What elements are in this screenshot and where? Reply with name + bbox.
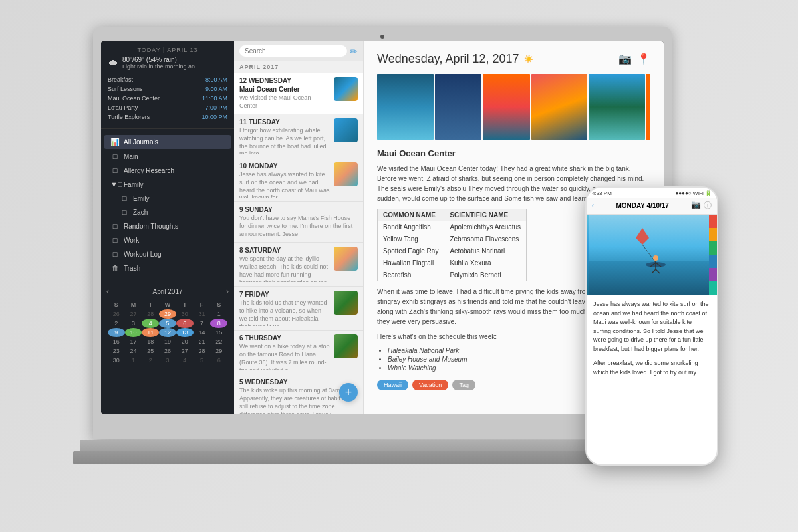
journal-entry-7[interactable]: 7 FRIDAY The kids told us that they want… <box>234 287 363 331</box>
phone-nav-title: MONDAY 4/10/17 <box>616 202 669 209</box>
tag-vacation[interactable]: Vacation <box>412 380 448 390</box>
table-row: Yellow Tang Zebrasoma Flavescens <box>378 233 527 245</box>
sidebar: TODAY | APRIL 13 🌧 80°/69° (54% rain) Li… <box>101 41 234 414</box>
search-input[interactable] <box>239 45 347 57</box>
entry-preview: We spent the day at the idyllic Wailea B… <box>239 255 330 282</box>
phone-back-button[interactable]: ‹ <box>592 202 594 209</box>
journal-icon: □ <box>110 236 120 244</box>
event-surf: Surf Lessons 9:00 AM <box>108 84 227 94</box>
weather-temp: 80°/69° (54% rain) <box>122 56 200 63</box>
phone-status-bar: 4:33 PM ●●●●○ WiFi 🔋 <box>587 188 717 198</box>
table-row: Bandit Angelfish Apolemichthys Arcuatus <box>378 221 527 233</box>
app-layout: TODAY | APRIL 13 🌧 80°/69° (54% rain) Li… <box>101 41 664 414</box>
calendar-next[interactable]: › <box>226 287 229 296</box>
photo-3[interactable] <box>483 74 530 140</box>
sidebar-top: TODAY | APRIL 13 🌧 80°/69° (54% rain) Li… <box>101 41 234 129</box>
phone-nav-bar: ‹ MONDAY 4/10/17 📷 ⓘ <box>587 198 717 215</box>
entry-preview: The kids told us that they wanted to hik… <box>239 299 330 326</box>
phone: 4:33 PM ●●●●○ WiFi 🔋 ‹ MONDAY 4/10/17 📷 … <box>585 186 718 466</box>
weather-icon: 🌧 <box>108 57 118 69</box>
shark-link: great white shark <box>535 165 586 172</box>
entry-date: 7 FRIDAY <box>239 291 330 298</box>
phone-photo-strip <box>587 215 717 295</box>
phone-camera-icon[interactable]: 📷 <box>691 200 701 211</box>
sidebar-item-zach[interactable]: □ Zach <box>113 205 231 219</box>
phone-time: 4:33 PM <box>592 190 612 196</box>
calendar-prev[interactable]: ‹ <box>106 287 109 296</box>
table-header-common: COMMON NAME <box>378 209 444 221</box>
entry-date: 12 WEDNESDAY <box>239 77 330 84</box>
search-bar: ✏ <box>234 41 363 61</box>
photo-5[interactable] <box>589 74 645 140</box>
photo-strip <box>377 74 650 140</box>
entry-date: 8 SATURDAY <box>239 247 330 254</box>
journal-icon: □ <box>110 250 120 258</box>
entry-preview: You don't have to say Mama's Fish House … <box>239 215 358 238</box>
laptop-screen: TODAY | APRIL 13 🌧 80°/69° (54% rain) Li… <box>101 41 664 414</box>
entry-thumbnail <box>334 162 358 186</box>
orange-accent-bar <box>646 74 650 140</box>
sidebar-item-random-thoughts[interactable]: □ Random Thoughts <box>104 219 231 233</box>
sidebar-item-workout[interactable]: □ Workout Log <box>104 247 231 261</box>
entry-thumbnail <box>334 247 358 271</box>
weather-entry-icon: ☀️ <box>524 55 533 63</box>
sidebar-item-trash[interactable]: 🗑 Trash <box>104 261 231 275</box>
sidebar-weather: 🌧 80°/69° (54% rain) Light rain in the m… <box>108 56 227 70</box>
journal-entry-12[interactable]: 12 WEDNESDAY Maui Ocean Center We visite… <box>234 73 363 114</box>
journal-list: ✏ APRIL 2017 12 WEDNESDAY Maui Ocean Cen… <box>234 41 364 414</box>
sidebar-item-allergy[interactable]: □ Allergy Research <box>104 164 231 177</box>
sidebar-events: Breakfast 8:00 AM Surf Lessons 9:00 AM M… <box>108 74 227 123</box>
entry-preview: We went on a hike today at a stop on the… <box>239 343 330 370</box>
photo-1[interactable] <box>377 74 434 140</box>
photo-2[interactable] <box>435 74 482 140</box>
entry-action-icons: 📷 📍 <box>618 53 650 65</box>
phone-content: Jesse has always wanted to kite surf on … <box>587 215 717 464</box>
journal-entry-8[interactable]: 8 SATURDAY We spent the day at the idyll… <box>234 243 363 287</box>
entry-preview: Jesse has always wanted to kite surf on … <box>239 171 330 198</box>
table-row: Beardfish Polymixia Berndti <box>378 269 527 281</box>
location-icon[interactable]: 📍 <box>637 53 650 65</box>
fish-table: COMMON NAME SCIENTIFIC NAME Bandit Angel… <box>377 209 527 281</box>
new-entry-button[interactable]: + <box>339 383 358 402</box>
entry-thumbnail <box>334 334 358 358</box>
sidebar-date: TODAY | APRIL 13 <box>108 47 227 53</box>
table-row: Hawaiian Flagtail Kuhlia Xexura <box>378 257 527 269</box>
event-luau: Lō'au Party 7:00 PM <box>108 103 227 112</box>
tag-hawaii[interactable]: Hawaii <box>377 380 408 390</box>
phone-text-2: After breakfast, we did some snorkeling … <box>593 359 710 377</box>
svg-rect-0 <box>589 215 714 268</box>
sidebar-item-main[interactable]: □ Main <box>104 150 231 163</box>
entry-thumbnail <box>334 118 358 142</box>
event-maui: Maui Ocean Center 11:00 AM <box>108 94 227 103</box>
camera-icon[interactable]: 📷 <box>618 53 632 65</box>
entry-thumbnail <box>334 291 358 315</box>
photo-4[interactable] <box>531 74 588 140</box>
entry-preview: We visited the Maui Ocean Center <box>239 94 330 110</box>
phone-main-photo <box>587 215 717 295</box>
month-header: APRIL 2017 <box>234 61 363 73</box>
tag-tag[interactable]: Tag <box>452 380 475 390</box>
sidebar-item-work[interactable]: □ Work <box>104 233 231 247</box>
edit-icon[interactable]: ✏ <box>350 46 358 57</box>
sidebar-item-all-journals[interactable]: 📊 All Journals <box>104 135 231 149</box>
journal-entry-6[interactable]: 6 THURSDAY We went on a hike today at a … <box>234 331 363 374</box>
entry-title: Maui Ocean Center <box>239 86 330 93</box>
calendar-grid: S M T W T F S 2627282930311 <box>106 299 229 366</box>
sidebar-nav: 📊 All Journals □ Main □ Allergy Research <box>101 129 234 281</box>
entry-thumbnail <box>334 77 358 101</box>
trash-icon: 🗑 <box>110 264 120 272</box>
journal-icon: □ <box>110 222 120 230</box>
entry-preview: I forgot how exhilarating whale watching… <box>239 127 330 154</box>
table-row: Spotted Eagle Ray Aetobatus Narinari <box>378 245 527 257</box>
laptop: TODAY | APRIL 13 🌧 80°/69° (54% rain) Li… <box>93 27 705 505</box>
sidebar-item-emily[interactable]: □ Emily <box>113 192 231 205</box>
journal-entry-9[interactable]: 9 SUNDAY You don't have to say Mama's Fi… <box>234 202 363 243</box>
calendar-month: April 2017 <box>152 288 182 295</box>
journal-entry-11[interactable]: 11 TUESDAY I forgot how exhilarating wha… <box>234 114 363 158</box>
phone-color-bar <box>709 215 717 295</box>
sidebar-item-family[interactable]: ▼□ Family <box>104 178 231 191</box>
sidebar-children-family: □ Emily □ Zach <box>110 192 234 219</box>
phone-screen: 4:33 PM ●●●●○ WiFi 🔋 ‹ MONDAY 4/10/17 📷 … <box>587 188 717 464</box>
phone-info-icon[interactable]: ⓘ <box>704 200 712 211</box>
journal-entry-10[interactable]: 10 MONDAY Jesse has always wanted to kit… <box>234 158 363 202</box>
